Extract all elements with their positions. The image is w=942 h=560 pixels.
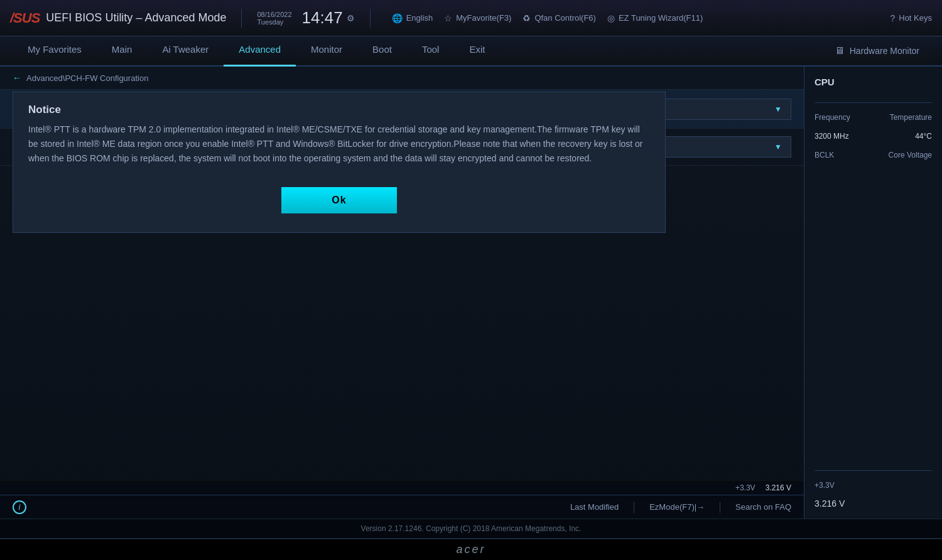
ez-mode-button[interactable]: EzMode(F7)|→	[649, 502, 705, 512]
myfavorite-label: MyFavorite(F3)	[456, 13, 511, 23]
tab-monitor[interactable]: Monitor	[296, 36, 357, 67]
top-actions: 🌐 English ☆ MyFavorite(F3) ♻ Qfan Contro…	[392, 13, 932, 23]
info-icon-text: i	[19, 502, 21, 512]
main-container: /SUS UEFI BIOS Utility – Advanced Mode 0…	[0, 0, 942, 560]
frequency-value: 3200 MHz	[815, 132, 849, 141]
core-voltage-label: Core Voltage	[889, 151, 932, 159]
monitor-icon: 🖥	[835, 45, 845, 57]
acer-logo: acer	[456, 543, 485, 556]
ez-tuning-button[interactable]: ◎ EZ Tuning Wizard(F11)	[607, 13, 703, 23]
divider-2	[370, 9, 371, 28]
logo-area: /SUS UEFI BIOS Utility – Advanced Mode	[10, 10, 226, 26]
temperature-label: Temperature	[890, 113, 932, 122]
bottom-bar: i Last Modified EzMode(F7)|→ Search on F…	[0, 495, 804, 519]
main-content: ← Advanced\PCH-FW Configuration Intel Pl…	[0, 67, 804, 519]
asus-logo: /SUS	[10, 10, 40, 26]
notice-title: Notice	[13, 92, 665, 122]
globe-icon: 🌐	[392, 13, 403, 23]
sidebar-voltage-section-label: +3.3V	[815, 481, 932, 490]
ez-tuning-label: EZ Tuning Wizard(F11)	[619, 13, 703, 23]
notice-ok-button[interactable]: Ok	[281, 187, 396, 213]
version-text: Version 2.17.1246. Copyright (C) 2018 Am…	[361, 524, 582, 533]
tab-my-favorites[interactable]: My Favorites	[13, 36, 97, 67]
right-sidebar: CPU Frequency Temperature 3200 MHz 44°C …	[804, 67, 942, 519]
bottom-spacer: +3.3V 3.216 V i Last Modified EzMode(F7)…	[0, 480, 804, 519]
tab-advanced[interactable]: Advanced	[224, 36, 296, 67]
nav-tabs: My Favorites Main Ai Tweaker Advanced Mo…	[0, 36, 942, 67]
language-label: English	[406, 13, 433, 23]
search-faq-button[interactable]: Search on FAQ	[735, 502, 791, 512]
me-dropdown-arrow: ▼	[774, 143, 782, 151]
sidebar-divider-1	[815, 102, 932, 103]
info-button[interactable]: i	[13, 500, 26, 514]
top-bar: /SUS UEFI BIOS Utility – Advanced Mode 0…	[0, 0, 942, 36]
breadcrumb-arrow[interactable]: ←	[13, 73, 21, 83]
time-big: 14:47	[302, 8, 343, 28]
hardware-monitor-button[interactable]: 🖥 Hardware Monitor	[825, 36, 929, 65]
tab-ai-tweaker[interactable]: Ai Tweaker	[147, 36, 224, 67]
sidebar-voltage-section-value: 3.216 V	[815, 498, 932, 509]
sidebar-spacer	[815, 170, 932, 460]
qfan-label: Qfan Control(F6)	[534, 13, 596, 23]
bottom-divider-2	[720, 502, 720, 513]
fan-icon: ♻	[522, 13, 531, 23]
bclk-row: BCLK Core Voltage	[815, 151, 932, 159]
notice-text: Intel® PTT is a hardware TPM 2.0 impleme…	[13, 122, 665, 181]
favorite-icon: ☆	[444, 13, 452, 23]
bottom-actions: Last Modified EzMode(F7)|→ Search on FAQ	[570, 502, 791, 513]
datetime-area: 08/16/2022 Tuesday	[257, 11, 291, 26]
iptt-dropdown-arrow: ▼	[774, 105, 782, 114]
hotkeys-label: Hot Keys	[899, 13, 932, 23]
bios-title: UEFI BIOS Utility – Advanced Mode	[46, 11, 226, 24]
last-modified-button[interactable]: Last Modified	[570, 502, 619, 512]
qfan-button[interactable]: ♻ Qfan Control(F6)	[522, 13, 596, 23]
temperature-value: 44°C	[915, 132, 932, 141]
tab-main[interactable]: Main	[97, 36, 148, 67]
breadcrumb-path: Advanced\PCH-FW Configuration	[26, 73, 148, 83]
date-display: 08/16/2022 Tuesday	[257, 11, 291, 26]
freq-temp-value-row: 3200 MHz 44°C	[815, 132, 932, 141]
cpu-section-title: CPU	[815, 77, 932, 87]
notice-dialog: Notice Intel® PTT is a hardware TPM 2.0 …	[13, 92, 666, 233]
content-area: ← Advanced\PCH-FW Configuration Intel Pl…	[0, 67, 942, 519]
hotkeys-icon: ?	[890, 13, 895, 23]
sidebar-divider-2	[815, 470, 932, 471]
myfavorite-button[interactable]: ☆ MyFavorite(F3)	[444, 13, 511, 23]
sidebar-voltage-value: 3.216 V	[766, 483, 791, 492]
breadcrumb: ← Advanced\PCH-FW Configuration	[0, 67, 804, 90]
frequency-row: Frequency Temperature	[815, 113, 932, 122]
language-button[interactable]: 🌐 English	[392, 13, 433, 23]
gear-icon[interactable]: ⚙	[347, 13, 355, 23]
bottom-voltage-row: +3.3V 3.216 V	[0, 480, 804, 495]
tab-boot[interactable]: Boot	[357, 36, 407, 67]
divider-1	[241, 9, 242, 28]
hotkeys-button[interactable]: ? Hot Keys	[890, 13, 932, 23]
tab-exit[interactable]: Exit	[454, 36, 500, 67]
bclk-label: BCLK	[815, 151, 834, 159]
frequency-label: Frequency	[815, 113, 850, 122]
acer-bar: acer	[0, 538, 942, 560]
tuning-icon: ◎	[607, 13, 615, 23]
sidebar-voltage-label: +3.3V	[735, 483, 755, 492]
tab-tool[interactable]: Tool	[407, 36, 455, 67]
hardware-monitor-label: Hardware Monitor	[850, 46, 919, 56]
bottom-divider-1	[634, 502, 634, 513]
time-display: 14:47 ⚙	[302, 8, 355, 28]
footer: Version 2.17.1246. Copyright (C) 2018 Am…	[0, 519, 942, 538]
